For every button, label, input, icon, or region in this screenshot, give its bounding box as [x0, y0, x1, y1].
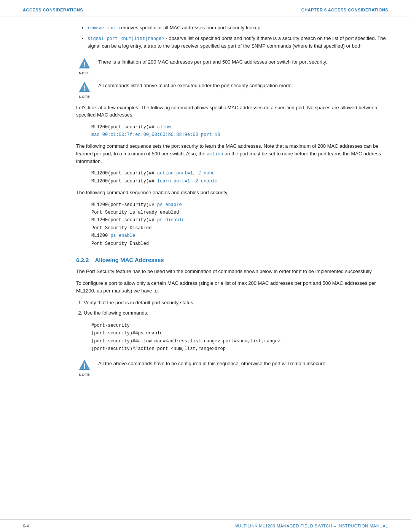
para-3: The following command sequence enables a…	[76, 189, 388, 197]
code-ps-disable: ps disable	[157, 217, 185, 223]
header-left: ACCESS CONSIDERATIONS	[23, 8, 83, 12]
para-2: The following command sequence sets the …	[76, 142, 388, 165]
code-block-3: ML1200(port-security)## ps enable Port S…	[91, 201, 388, 248]
code-ps-disabled-msg: Port Security Disabled	[91, 225, 151, 231]
code-block-2: ML1200(port-security)## action port=1, 2…	[91, 169, 388, 185]
note-label-3: NOTE	[79, 373, 90, 377]
note-label-1: NOTE	[79, 71, 90, 75]
section-para-2: To configure a port to allow only a cert…	[76, 280, 388, 294]
code-signal: signal port=<num|list|range>	[88, 36, 164, 42]
code-ps-enabled-msg: Port Security is already enabled	[91, 210, 179, 215]
commands-block: #port-security (port-security)##ps enabl…	[91, 322, 388, 353]
list-item: signal port=<num|list|range> - observe l…	[88, 35, 388, 50]
code-learn: learn port=1, 2 enable	[157, 179, 217, 184]
svg-rect-3	[84, 66, 85, 67]
cmd-1: #port-security	[91, 323, 130, 328]
code-allow: allow	[157, 125, 171, 130]
code-ps-enable-prefix: ML1200(port-security)##	[91, 202, 157, 208]
code-prefix-2a: ML1200(port-security)##	[91, 171, 157, 176]
svg-rect-7	[84, 89, 85, 91]
cmd-2: (port-security)##ps enable	[91, 331, 162, 336]
code-ml1200: ML1200	[91, 233, 110, 238]
header-right: CHAPTER 6 ACCESS CONSIDERATIONS	[301, 8, 388, 12]
note-label-2: NOTE	[79, 95, 90, 99]
note-icon-2: NOTE	[76, 80, 93, 99]
code-ps-enable2: ps enable	[110, 233, 135, 238]
code-prefix-2b: ML1200(port-security)##	[91, 179, 157, 184]
code-mac: mac=00:c1:00:7f:ec:00,00:60:b0:88:9e:00 …	[91, 132, 220, 137]
bullet-text-1: - removes specific or all MAC addresses …	[116, 25, 261, 30]
section-heading: 6.2.2 Allowing MAC Addresses	[76, 257, 388, 263]
ordered-list: Verify that the port is in default port …	[76, 299, 388, 317]
svg-rect-2	[84, 62, 85, 65]
bullet-list: remove mac - removes specific or all MAC…	[76, 24, 388, 50]
main-content: remove mac - removes specific or all MAC…	[0, 24, 411, 397]
step-2: Use the following commands:	[84, 309, 388, 317]
step-2-text: Use the following commands:	[84, 310, 148, 316]
code-action: action port=1, 2 none	[157, 171, 215, 176]
code-remove-mac: remove mac	[88, 26, 115, 31]
step-1: Verify that the port is in default port …	[84, 299, 388, 307]
code-ps-enable: ps enable	[157, 202, 182, 208]
para-1: Let's look at a few examples. The follow…	[76, 104, 388, 119]
page-footer: 6-4 MULTILINK ML1200 MANAGED FIELD SWITC…	[0, 519, 411, 532]
code-ps-enabled-msg2: Port Security Enabled	[91, 241, 149, 246]
footer-title: MULTILINK ML1200 MANAGED FIELD SWITCH – …	[234, 524, 388, 528]
section-number: 6.2.2	[76, 257, 89, 263]
code-prefix-1: ML1200(port-security)##	[91, 125, 157, 130]
note-block-1: NOTE There is a limitation of 200 MAC ad…	[76, 57, 388, 75]
section-para-1: The Port Security feature has to be used…	[76, 268, 388, 275]
note-icon-1: NOTE	[76, 57, 93, 75]
note-text-1: There is a limitation of 200 MAC address…	[98, 57, 327, 66]
note-svg-2	[78, 80, 91, 94]
note-block-2: NOTE All commands listed above must be e…	[76, 80, 388, 99]
footer-page-number: 6-4	[23, 524, 29, 528]
para-2-code: action	[207, 152, 223, 157]
page: ACCESS CONSIDERATIONS CHAPTER 6 ACCESS C…	[0, 0, 411, 532]
page-header: ACCESS CONSIDERATIONS CHAPTER 6 ACCESS C…	[0, 0, 411, 16]
list-item: remove mac - removes specific or all MAC…	[88, 24, 388, 32]
svg-rect-10	[84, 363, 85, 366]
note-svg-1	[78, 57, 91, 70]
cmd-3: (port-security)##allow mac=<address,list…	[91, 339, 280, 344]
section-title: Allowing MAC Addresses	[95, 257, 164, 263]
note-block-3: NOTE All the above commands have to be c…	[76, 358, 388, 377]
note-text-2: All commands listed above must be execut…	[98, 80, 293, 89]
code-ps-disable-prefix: ML1200(port-security)##	[91, 217, 157, 223]
step-1-text: Verify that the port is in default port …	[84, 300, 194, 305]
note-icon-3: NOTE	[76, 358, 93, 377]
note-svg-3	[78, 358, 91, 372]
note-text-3: All the above commands have to be config…	[98, 358, 327, 367]
svg-rect-6	[84, 85, 85, 88]
svg-rect-11	[84, 367, 85, 369]
cmd-4: (port-security)##action port=<num,list,r…	[91, 346, 226, 351]
code-block-1: ML1200(port-security)## allow mac=00:c1:…	[91, 123, 388, 139]
